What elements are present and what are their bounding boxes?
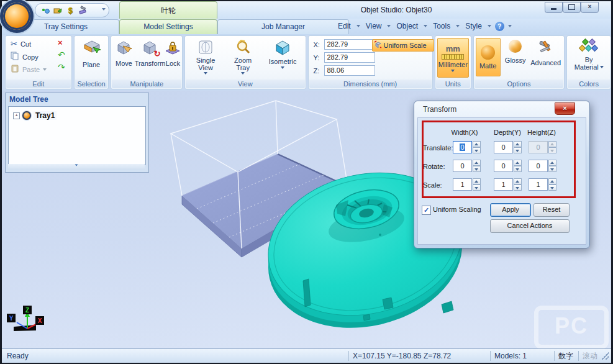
spin-up-icon[interactable] bbox=[514, 160, 522, 166]
spin-down-icon[interactable] bbox=[514, 147, 522, 153]
isometric-button[interactable]: Isometric bbox=[262, 39, 303, 69]
tab-model-settings[interactable]: Model Settings bbox=[119, 19, 217, 34]
menu-style[interactable]: Style bbox=[463, 21, 484, 31]
magnifier-icon bbox=[235, 39, 251, 57]
cancel-actions-button[interactable]: Cancel Actions bbox=[490, 219, 570, 233]
chevron-down-icon[interactable] bbox=[488, 25, 491, 27]
move-button[interactable]: Move bbox=[112, 40, 135, 67]
ribbon-group-edit: ✂ Cut Copy Paste × ↶ ↷ Edit bbox=[5, 35, 72, 89]
single-view-icon bbox=[198, 39, 214, 57]
chevron-down-icon bbox=[281, 66, 284, 69]
ribbon-group-colors: By Material Colors bbox=[566, 35, 611, 89]
ruler-icon bbox=[442, 54, 464, 60]
tools-icon[interactable] bbox=[78, 6, 88, 15]
uniform-scaling-checkbox[interactable]: ✓ bbox=[422, 206, 431, 215]
maximize-button[interactable] bbox=[563, 2, 581, 13]
dimension-y-label: Y: bbox=[314, 54, 320, 61]
dialog-close-button[interactable]: × bbox=[555, 102, 575, 115]
chevron-down-icon bbox=[43, 68, 47, 71]
expander-plus-icon[interactable]: + bbox=[13, 112, 20, 119]
advanced-button[interactable]: Advanced bbox=[529, 40, 563, 66]
resize-grip[interactable] bbox=[601, 352, 609, 360]
translate-x-spinner[interactable]: 0 bbox=[453, 141, 481, 153]
chevron-down-icon[interactable] bbox=[356, 25, 360, 27]
minimize-button[interactable] bbox=[545, 2, 563, 13]
ribbon-group-options: Matte Glossy Advanced Options bbox=[473, 35, 565, 89]
scale-x-spinner[interactable]: 1 bbox=[453, 178, 481, 191]
dimension-x-field[interactable]: 282.79 bbox=[324, 39, 375, 50]
chevron-down-icon bbox=[75, 164, 78, 166]
open-tray-icon[interactable] bbox=[53, 6, 63, 15]
hammer-wrench-icon bbox=[538, 40, 554, 56]
row-label-rotate: Rotate: bbox=[423, 163, 445, 170]
copy-button[interactable]: Copy bbox=[11, 52, 39, 63]
plane-button[interactable]: Plane bbox=[75, 40, 109, 68]
model-tree[interactable]: + Tray1 bbox=[8, 106, 146, 165]
apply-button[interactable]: Apply bbox=[490, 203, 531, 217]
rotate-y-spinner[interactable]: 0 bbox=[494, 160, 522, 172]
zoom-tray-button[interactable]: Zoom Tray bbox=[225, 39, 261, 75]
uniform-scale-icon bbox=[374, 40, 382, 51]
chevron-down-icon[interactable] bbox=[508, 25, 512, 27]
menu-object[interactable]: Object bbox=[394, 21, 420, 31]
paste-button[interactable]: Paste bbox=[11, 64, 47, 75]
lock-button[interactable]: Lock bbox=[163, 40, 182, 67]
tab-job-manager[interactable]: Job Manager bbox=[217, 19, 349, 34]
ribbon-group-selection: Plane Selection bbox=[74, 35, 109, 89]
translate-y-spinner[interactable]: 0 bbox=[494, 141, 522, 153]
document-tab[interactable]: 叶轮 bbox=[119, 1, 217, 19]
tree-item-tray1[interactable]: + Tray1 bbox=[13, 111, 57, 120]
reset-button[interactable]: Reset bbox=[534, 203, 570, 217]
cut-button[interactable]: ✂ Cut bbox=[11, 39, 31, 48]
glossy-button[interactable]: Glossy bbox=[501, 40, 530, 64]
spin-up-icon[interactable] bbox=[514, 178, 522, 184]
spin-down-icon[interactable] bbox=[548, 166, 556, 172]
chevron-down-icon[interactable] bbox=[424, 25, 427, 27]
rotate-z-spinner[interactable]: 0 bbox=[529, 160, 556, 172]
menu-tools[interactable]: Tools bbox=[431, 21, 452, 31]
spin-up-icon[interactable] bbox=[514, 141, 522, 147]
spin-down-icon[interactable] bbox=[514, 184, 522, 191]
qat-customize-dropdown[interactable] bbox=[99, 5, 108, 14]
spin-down-icon[interactable] bbox=[548, 184, 556, 191]
tree-item-label: Tray1 bbox=[34, 111, 57, 120]
spin-up-icon[interactable] bbox=[473, 178, 481, 184]
spin-up-icon[interactable] bbox=[473, 141, 481, 147]
chevron-down-icon[interactable] bbox=[387, 25, 391, 27]
dimension-z-field[interactable]: 88.06 bbox=[324, 65, 375, 76]
spin-up-icon[interactable] bbox=[548, 160, 556, 166]
single-view-button[interactable]: Single View bbox=[188, 39, 224, 75]
transform-button[interactable]: ↻ Transform bbox=[135, 40, 165, 67]
spin-down-icon[interactable] bbox=[473, 184, 481, 191]
divider bbox=[490, 351, 491, 361]
spin-down-icon[interactable] bbox=[473, 147, 481, 153]
uniform-scale-button[interactable]: Uniform Scale bbox=[372, 39, 434, 52]
spin-up-icon[interactable] bbox=[473, 160, 481, 166]
by-material-button[interactable]: By Material bbox=[569, 39, 609, 71]
scale-z-spinner[interactable]: 1 bbox=[529, 178, 556, 191]
spin-up-icon[interactable] bbox=[548, 178, 556, 184]
spin-down-icon[interactable] bbox=[473, 166, 481, 172]
help-icon[interactable]: ? bbox=[495, 22, 504, 31]
matte-button[interactable]: Matte bbox=[476, 38, 501, 76]
spin-down-icon[interactable] bbox=[514, 166, 522, 172]
millimeter-button[interactable]: mm Millimeter bbox=[437, 38, 469, 78]
chevron-down-icon bbox=[241, 72, 245, 75]
close-button[interactable]: × bbox=[581, 2, 599, 13]
chevron-down-icon[interactable] bbox=[456, 25, 460, 27]
redo-icon[interactable]: ↷ bbox=[58, 62, 65, 72]
menu-edit[interactable]: Edit bbox=[336, 21, 353, 31]
model-tree-collapse-bar[interactable] bbox=[8, 164, 145, 170]
rotate-x-spinner[interactable]: 0 bbox=[453, 160, 481, 172]
application-orb-button[interactable] bbox=[3, 2, 30, 30]
menu-view[interactable]: View bbox=[364, 21, 384, 31]
cost-estimate-icon[interactable]: $ bbox=[66, 6, 75, 15]
delete-icon[interactable]: × bbox=[58, 38, 63, 47]
dimension-y-field[interactable]: 282.79 bbox=[324, 52, 375, 63]
scale-y-spinner[interactable]: 1 bbox=[494, 178, 522, 191]
insert-model-icon[interactable] bbox=[41, 6, 50, 15]
app-window: Objet Studio: Objet30 $ 叶轮 × Tray Settin… bbox=[0, 0, 613, 364]
column-header-width: Width(X) bbox=[443, 129, 486, 136]
undo-icon[interactable]: ↶ bbox=[58, 50, 65, 60]
viewport[interactable]: Z X Y PC Model Tree + Tray1 Transfo bbox=[2, 91, 611, 348]
